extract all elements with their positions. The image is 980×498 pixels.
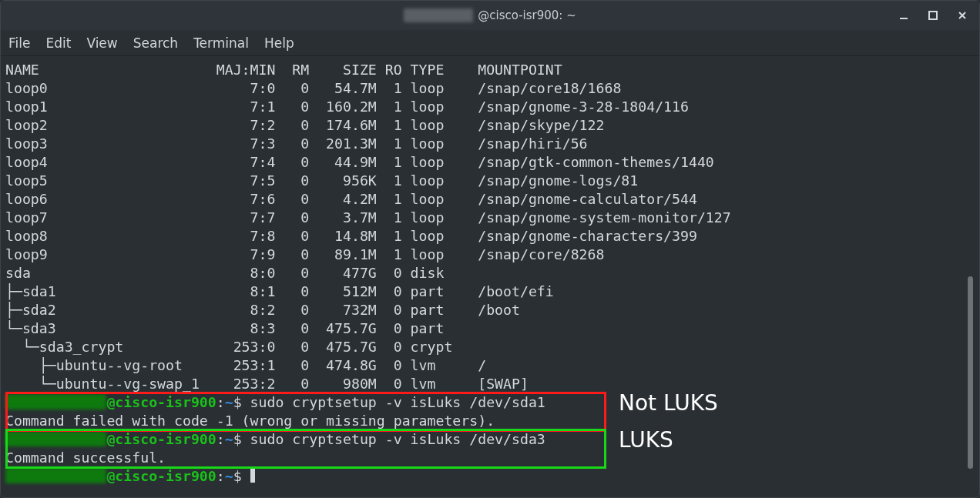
menu-view[interactable]: View (86, 35, 117, 51)
scrollbar-thumb[interactable] (968, 276, 973, 469)
output-line: Command failed with code -1 (wrong or mi… (5, 412, 975, 430)
command-text: sudo cryptsetup -v isLuks /dev/sda1 (250, 394, 545, 410)
menu-file[interactable]: File (8, 35, 30, 51)
annotation-label-luks: LUKS (619, 427, 673, 453)
lsblk-row: loop3 7:3 0 201.3M 1 loop /snap/hiri/56 (5, 135, 975, 153)
lsblk-row: loop7 7:7 0 3.7M 1 loop /snap/gnome-syst… (5, 209, 975, 227)
annotation-label-not-luks: Not LUKS (619, 390, 718, 416)
prompt-username-obfuscated (5, 431, 106, 446)
cursor (250, 467, 256, 483)
lsblk-row: loop0 7:0 0 54.7M 1 loop /snap/core18/16… (5, 79, 975, 98)
lsblk-row: loop1 7:1 0 160.2M 1 loop /snap/gnome-3-… (5, 98, 975, 116)
menu-edit[interactable]: Edit (45, 35, 71, 51)
lsblk-row: └─sda3 8:3 0 475.7G 0 part (5, 319, 975, 338)
menu-help[interactable]: Help (264, 35, 294, 51)
minimize-button[interactable] (891, 5, 916, 25)
svg-rect-1 (929, 12, 937, 19)
lsblk-row: loop9 7:9 0 89.1M 1 loop /snap/core/8268 (5, 246, 975, 264)
menu-terminal[interactable]: Terminal (193, 35, 249, 51)
lsblk-row: loop2 7:2 0 174.6M 1 loop /snap/skype/12… (5, 116, 975, 135)
menubar: File Edit View Search Terminal Help (1, 30, 979, 56)
prompt-line: @cisco-isr900:~$ (5, 467, 975, 486)
prompt-username-obfuscated (5, 394, 106, 409)
titlebar[interactable]: @cisco-isr900: ~ (1, 1, 979, 30)
terminal-viewport[interactable]: NAME MAJ:MIN RM SIZE RO TYPE MOUNTPOINTl… (5, 61, 975, 493)
window-controls (891, 1, 975, 30)
command-text: sudo cryptsetup -v isLuks /dev/sda3 (250, 431, 545, 447)
close-button[interactable] (950, 5, 975, 25)
output-line: Command successful. (5, 449, 975, 467)
lsblk-row: ├─sda1 8:1 0 512M 0 part /boot/efi (5, 282, 975, 301)
svg-rect-0 (900, 18, 908, 19)
prompt-username-obfuscated (5, 468, 106, 483)
lsblk-row: └─sda3_crypt 253:0 0 475.7G 0 crypt (5, 338, 975, 356)
terminal-content[interactable]: NAME MAJ:MIN RM SIZE RO TYPE MOUNTPOINTl… (5, 61, 975, 486)
terminal-window: @cisco-isr900: ~ File Edit View Search T… (0, 0, 980, 498)
lsblk-row: loop6 7:6 0 4.2M 1 loop /snap/gnome-calc… (5, 190, 975, 209)
lsblk-header: NAME MAJ:MIN RM SIZE RO TYPE MOUNTPOINT (5, 61, 975, 79)
menu-search[interactable]: Search (133, 35, 178, 51)
prompt-line: @cisco-isr900:~$ sudo cryptsetup -v isLu… (5, 393, 975, 412)
lsblk-row: ├─sda2 8:2 0 732M 0 part /boot (5, 301, 975, 319)
lsblk-row: loop5 7:5 0 956K 1 loop /snap/gnome-logs… (5, 172, 975, 190)
title-username-obfuscated (404, 8, 473, 22)
window-title: @cisco-isr900: ~ (404, 8, 576, 22)
lsblk-row: sda 8:0 0 477G 0 disk (5, 264, 975, 282)
lsblk-row: └─ubuntu--vg-swap_1 253:2 0 980M 0 lvm [… (5, 375, 975, 393)
lsblk-row: loop4 7:4 0 44.9M 1 loop /snap/gtk-commo… (5, 153, 975, 172)
lsblk-row: loop8 7:8 0 14.8M 1 loop /snap/gnome-cha… (5, 227, 975, 246)
title-host: @cisco-isr900: ~ (478, 8, 576, 22)
prompt-line: @cisco-isr900:~$ sudo cryptsetup -v isLu… (5, 430, 975, 449)
lsblk-row: ├─ubuntu--vg-root 253:1 0 474.8G 0 lvm / (5, 356, 975, 375)
maximize-button[interactable] (921, 5, 945, 25)
